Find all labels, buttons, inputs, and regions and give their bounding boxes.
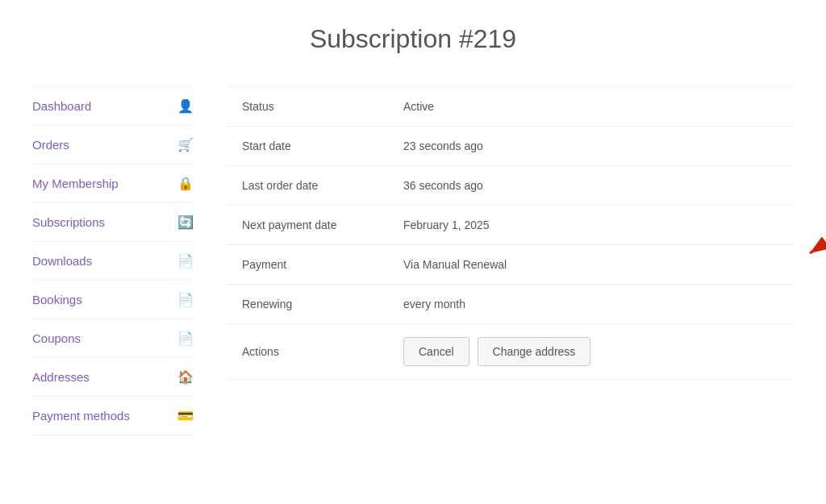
value-status: Active [387,87,794,127]
subscription-table: Status Active Start date 23 seconds ago … [226,86,794,380]
downloads-icon: 📄 [177,253,194,269]
sidebar-item-downloads[interactable]: Downloads 📄 [32,242,194,281]
label-payment: Payment [226,245,387,285]
label-last-order-date: Last order date [226,166,387,206]
sidebar-label-my-membership: My Membership [32,177,119,190]
coupons-icon: 📄 [177,331,194,346]
membership-icon: 🔒 [177,176,194,191]
sidebar-item-subscriptions[interactable]: Subscriptions 🔄 [32,203,194,242]
table-row-next-payment-date: Next payment date February 1, 2025 [226,206,794,245]
sidebar-label-subscriptions: Subscriptions [32,215,105,229]
table-row-last-order-date: Last order date 36 seconds ago [226,166,794,206]
value-payment: Via Manual Renewal [387,245,794,285]
page-title: Subscription #219 [32,24,794,54]
sidebar-item-bookings[interactable]: Bookings 📄 [32,281,194,319]
label-status: Status [226,87,387,127]
addresses-icon: 🏠 [177,369,194,385]
subscriptions-icon: 🔄 [177,215,194,230]
main-content: Status Active Start date 23 seconds ago … [226,86,794,380]
label-start-date: Start date [226,127,387,166]
sidebar-item-my-membership[interactable]: My Membership 🔒 [32,165,194,203]
sidebar-label-bookings: Bookings [32,293,82,306]
orders-icon: 🛒 [177,137,194,152]
sidebar-item-coupons[interactable]: Coupons 📄 [32,319,194,358]
label-actions: Actions [226,324,387,380]
sidebar-label-coupons: Coupons [32,331,81,345]
table-row-renewing: Renewing every month [226,285,794,324]
sidebar-item-addresses[interactable]: Addresses 🏠 [32,358,194,397]
sidebar-label-addresses: Addresses [32,370,90,384]
payment-methods-icon: 💳 [177,408,194,423]
table-row-payment: Payment Via Manual Renewal [226,245,794,285]
value-renewing: every month [387,285,794,324]
table-row-status: Status Active [226,87,794,127]
sidebar-label-dashboard: Dashboard [32,99,91,113]
sidebar-item-payment-methods[interactable]: Payment methods 💳 [32,397,194,435]
table-row-start-date: Start date 23 seconds ago [226,127,794,166]
value-last-order-date: 36 seconds ago [387,166,794,206]
table-row-actions: Actions Cancel Change address [226,324,794,380]
sidebar-label-payment-methods: Payment methods [32,409,130,423]
sidebar-label-orders: Orders [32,138,69,152]
sidebar-item-orders[interactable]: Orders 🛒 [32,126,194,165]
label-next-payment-date: Next payment date [226,206,387,245]
change-address-button[interactable]: Change address [478,337,591,366]
dashboard-icon: 👤 [177,98,194,114]
sidebar: Dashboard 👤 Orders 🛒 My Membership 🔒 Sub… [32,86,194,435]
actions-cell: Cancel Change address [387,324,794,380]
sidebar-label-downloads: Downloads [32,254,92,268]
value-start-date: 23 seconds ago [387,127,794,166]
sidebar-item-dashboard[interactable]: Dashboard 👤 [32,86,194,126]
bookings-icon: 📄 [177,292,194,307]
value-next-payment-date: February 1, 2025 [387,206,794,245]
cancel-button[interactable]: Cancel [403,337,469,366]
label-renewing: Renewing [226,285,387,324]
